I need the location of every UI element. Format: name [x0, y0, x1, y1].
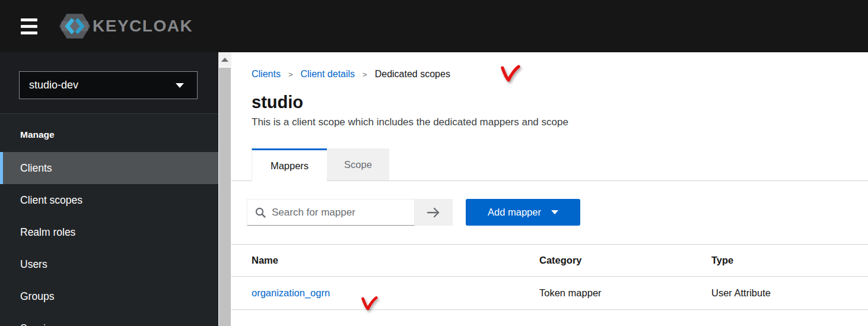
- search-icon: [255, 207, 266, 218]
- table-row: organization_ogrn Token mapper User Attr…: [231, 277, 868, 310]
- page-subtitle: This is a client scope which includes th…: [252, 116, 868, 128]
- sidebar-item-sessions[interactable]: Sessions: [0, 312, 218, 326]
- tab-bar: Mappers Scope: [252, 148, 868, 181]
- red-check-annotation: [360, 296, 379, 311]
- keycloak-logo[interactable]: KEYCLOAK: [59, 12, 193, 40]
- column-header-name: Name: [231, 255, 519, 266]
- chevron-right-icon: >: [288, 70, 293, 79]
- scroll-up-icon[interactable]: [218, 52, 231, 67]
- arrow-right-icon: [427, 207, 441, 218]
- keycloak-hexagon-icon: [59, 12, 90, 40]
- tab-mappers[interactable]: Mappers: [252, 148, 327, 181]
- scrollbar-thumb[interactable]: [219, 68, 231, 326]
- main-content: Clients > Client details > Dedicated sco…: [231, 52, 868, 326]
- nav-section-label: Manage: [20, 129, 55, 140]
- mapper-name-link[interactable]: organization_ogrn: [252, 287, 330, 298]
- realm-section: studio-dev: [0, 52, 218, 114]
- sidebar-item-users[interactable]: Users: [0, 248, 218, 280]
- breadcrumb: Clients > Client details > Dedicated sco…: [252, 52, 868, 80]
- vertical-scrollbar[interactable]: [218, 52, 231, 326]
- nav-list: Clients Client scopes Realm roles Users …: [0, 152, 218, 326]
- chevron-right-icon: >: [363, 70, 367, 79]
- brand-text: KEYCLOAK: [93, 17, 193, 36]
- mapper-category-cell: Token mapper: [519, 287, 691, 299]
- add-mapper-button[interactable]: Add mapper: [466, 199, 580, 226]
- search-input[interactable]: [272, 207, 414, 219]
- column-header-type: Type: [691, 255, 868, 266]
- caret-down-icon: [176, 83, 184, 88]
- mapper-type-cell: User Attribute: [691, 287, 868, 299]
- hamburger-menu-icon[interactable]: [21, 18, 37, 34]
- sidebar: studio-dev Manage Clients Client scopes …: [0, 52, 218, 326]
- sidebar-item-realm-roles[interactable]: Realm roles: [0, 216, 218, 248]
- sidebar-item-groups[interactable]: Groups: [0, 280, 218, 312]
- sidebar-item-clients[interactable]: Clients: [0, 152, 218, 184]
- breadcrumb-current: Dedicated scopes: [375, 69, 450, 80]
- realm-selector-dropdown[interactable]: studio-dev: [19, 71, 198, 99]
- red-check-annotation: [500, 64, 520, 84]
- table-header-row: Name Category Type: [231, 244, 868, 277]
- search-box: [247, 199, 415, 226]
- breadcrumb-clients-link[interactable]: Clients: [252, 69, 281, 80]
- caret-down-icon: [551, 210, 558, 214]
- tab-scope[interactable]: Scope: [327, 148, 389, 181]
- breadcrumb-client-details-link[interactable]: Client details: [301, 69, 355, 80]
- mappers-table: Name Category Type organization_ogrn Tok…: [231, 244, 868, 310]
- page-title: studio: [252, 93, 868, 112]
- sidebar-item-client-scopes[interactable]: Client scopes: [0, 184, 218, 216]
- masthead: KEYCLOAK: [0, 0, 868, 52]
- column-header-category: Category: [519, 255, 691, 266]
- toolbar: Add mapper: [247, 199, 868, 226]
- realm-selector-value: studio-dev: [29, 79, 78, 91]
- search-submit-button[interactable]: [415, 199, 453, 226]
